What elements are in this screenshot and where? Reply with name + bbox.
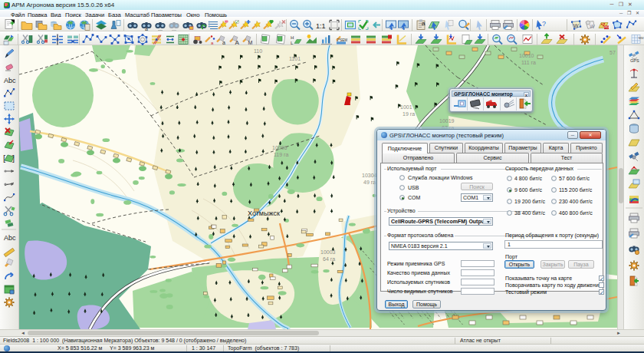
svg-text:10010: 10010 xyxy=(519,53,534,58)
svg-text:W: W xyxy=(590,24,595,29)
svg-text:Abc: Abc xyxy=(4,77,16,84)
svg-text:64 га: 64 га xyxy=(323,256,335,262)
svg-text:Abc: Abc xyxy=(4,234,16,242)
svg-text:a: a xyxy=(145,26,148,31)
svg-text:M: M xyxy=(248,40,253,45)
svg-text:a: a xyxy=(422,20,426,27)
svg-text:Хотмыжск: Хотмыжск xyxy=(248,209,280,217)
svg-text:10304: 10304 xyxy=(362,173,377,178)
svg-text:MM: MM xyxy=(639,36,644,40)
svg-text:a: a xyxy=(211,41,214,45)
svg-text:1101: 1101 xyxy=(289,56,301,61)
svg-text:1001: 1001 xyxy=(400,104,412,110)
svg-text:2*SEM: 2*SEM xyxy=(337,38,347,42)
svg-text:H: H xyxy=(291,35,294,40)
svg-text:W: W xyxy=(573,23,579,28)
svg-text:...: ... xyxy=(172,26,176,31)
svg-text:]: ] xyxy=(12,153,15,163)
svg-text:10006: 10006 xyxy=(272,145,288,150)
svg-text:1:1: 1:1 xyxy=(316,22,326,30)
svg-text:49 га: 49 га xyxy=(363,180,376,185)
svg-text:...: ... xyxy=(158,26,163,31)
svg-text:L: L xyxy=(291,41,294,45)
svg-text:110: 110 xyxy=(254,48,262,54)
svg-text:57 га: 57 га xyxy=(610,50,617,55)
svg-text:111 га: 111 га xyxy=(521,60,536,65)
svg-text:a: a xyxy=(222,40,225,45)
svg-text:119 га: 119 га xyxy=(274,152,289,157)
svg-text:PDF: PDF xyxy=(605,26,611,29)
svg-text:?: ? xyxy=(542,20,546,28)
svg-text:10003: 10003 xyxy=(320,249,336,255)
svg-text:GPS: GPS xyxy=(630,58,639,63)
svg-text:[: [ xyxy=(3,153,5,163)
svg-text:19 га: 19 га xyxy=(402,111,415,117)
svg-text:10019: 10019 xyxy=(439,118,455,124)
